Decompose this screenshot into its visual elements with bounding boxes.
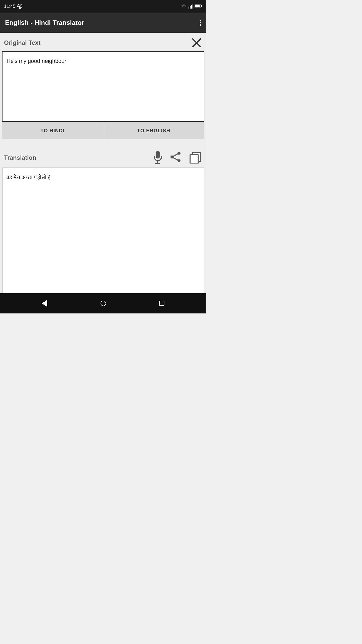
- svg-line-12: [172, 153, 179, 157]
- recent-apps-button[interactable]: [159, 301, 164, 306]
- action-icons: [153, 151, 202, 165]
- svg-rect-2: [189, 7, 189, 9]
- svg-line-13: [172, 157, 179, 161]
- svg-rect-3: [190, 6, 191, 9]
- status-bar: 11:45: [0, 0, 206, 13]
- translation-output: वह मेरा अच्छा पड़ोसी है: [2, 168, 204, 293]
- home-button[interactable]: [101, 301, 106, 306]
- svg-rect-15: [190, 154, 198, 164]
- original-text-input[interactable]: He's my good neighbour: [2, 51, 204, 122]
- status-right: [181, 4, 202, 9]
- svg-rect-8: [155, 163, 160, 164]
- to-hindi-button[interactable]: TO HINDI: [2, 122, 103, 139]
- translation-buttons: TO HINDI TO ENGLISH: [2, 122, 204, 139]
- battery-icon: [195, 5, 201, 8]
- svg-rect-6: [156, 151, 160, 158]
- svg-rect-5: [192, 4, 193, 9]
- copy-button[interactable]: [189, 151, 202, 165]
- share-button[interactable]: [169, 151, 182, 164]
- more-options-button[interactable]: [200, 20, 201, 26]
- status-left: 11:45: [4, 4, 22, 9]
- speak-button[interactable]: [153, 151, 162, 165]
- app-title: English - Hindi Translator: [5, 19, 84, 27]
- svg-rect-4: [191, 5, 192, 9]
- original-text-label: Original Text: [4, 39, 40, 46]
- signal-icon: [189, 4, 193, 9]
- original-section-header: Original Text: [0, 33, 206, 51]
- original-text-content: He's my good neighbour: [7, 58, 66, 64]
- svg-rect-7: [157, 160, 158, 163]
- wifi-icon: [181, 4, 187, 9]
- svg-marker-1: [19, 6, 21, 7]
- status-time: 11:45: [4, 4, 15, 9]
- status-media-icon: [17, 4, 22, 9]
- clear-button[interactable]: [191, 37, 202, 48]
- app-bar: English - Hindi Translator: [0, 13, 206, 33]
- translation-section-header: Translation: [0, 146, 206, 168]
- to-english-button[interactable]: TO ENGLISH: [103, 122, 204, 139]
- back-button[interactable]: [42, 300, 47, 307]
- translation-label: Translation: [4, 154, 36, 161]
- battery-container: [195, 5, 202, 8]
- main-content: Original Text He's my good neighbour TO …: [0, 33, 206, 293]
- translation-text-content: वह मेरा अच्छा पड़ोसी है: [7, 174, 51, 180]
- nav-bar: [0, 293, 206, 313]
